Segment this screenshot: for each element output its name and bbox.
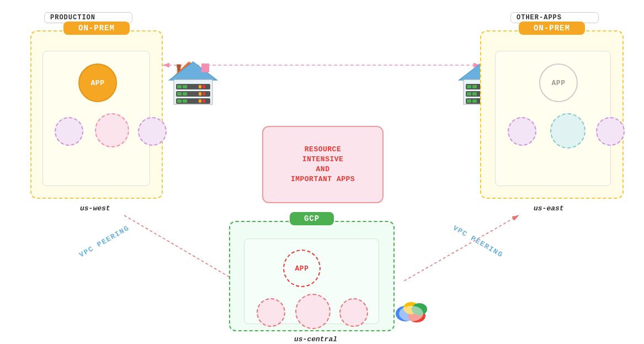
diagram: PRODUCTION ON-PREM APP us-west 🏠	[0, 0, 644, 344]
vpc-peering-right-label: VPC PEERING	[451, 224, 504, 259]
svg-rect-22	[183, 85, 187, 88]
production-sub-circle-2	[95, 113, 129, 147]
other-apps-sub-circle-1	[508, 117, 536, 146]
svg-rect-31	[177, 99, 182, 103]
production-on-prem-badge: ON-PREM	[63, 22, 130, 35]
resource-text: RESOURCEINTENSIVEANDIMPORTANT APPS	[291, 145, 355, 185]
gcp-cloud-icon	[392, 293, 430, 326]
production-box: ON-PREM APP	[30, 30, 163, 199]
svg-point-39	[399, 306, 423, 321]
svg-rect-44	[467, 85, 471, 88]
datacenter-left	[168, 61, 218, 116]
svg-marker-17	[169, 62, 217, 80]
svg-rect-27	[183, 92, 187, 96]
other-apps-box: ON-PREM APP	[480, 30, 624, 199]
us-central-label: us-central	[294, 335, 337, 343]
svg-line-6	[403, 215, 519, 282]
other-apps-sub-circle-3	[596, 117, 625, 146]
svg-rect-28	[199, 92, 201, 96]
svg-rect-50	[472, 92, 477, 96]
other-apps-on-prem-badge: ON-PREM	[519, 22, 585, 35]
production-sub-circle-1	[55, 117, 83, 146]
svg-rect-54	[467, 99, 471, 103]
production-app-circle: APP	[78, 63, 117, 102]
other-apps-app-circle: APP	[539, 63, 578, 102]
svg-rect-18	[201, 63, 209, 72]
svg-rect-21	[177, 85, 182, 88]
us-west-label: us-west	[80, 204, 110, 213]
other-apps-sub-circle-2	[550, 113, 586, 149]
gcp-sub-circle-2	[295, 294, 331, 329]
svg-rect-26	[177, 92, 182, 96]
us-east-label: us-east	[534, 204, 564, 213]
gcp-sub-circle-3	[339, 298, 368, 327]
svg-rect-45	[472, 85, 477, 88]
svg-rect-34	[203, 99, 205, 103]
svg-rect-49	[467, 92, 471, 96]
vpc-peering-left-label: VPC PEERING	[78, 224, 131, 259]
resource-intensive-box: RESOURCEINTENSIVEANDIMPORTANT APPS	[262, 126, 384, 203]
gcp-sub-circle-1	[257, 298, 285, 327]
production-sub-circle-3	[138, 117, 167, 146]
svg-rect-55	[472, 99, 477, 103]
svg-rect-23	[199, 85, 201, 88]
gcp-app-circle: APP	[283, 250, 321, 287]
svg-rect-33	[199, 99, 201, 103]
svg-line-5	[124, 215, 237, 282]
svg-rect-24	[203, 85, 205, 88]
svg-rect-29	[203, 92, 205, 96]
gcp-badge: GCP	[290, 212, 334, 225]
gcp-box: GCP APP	[229, 221, 395, 331]
svg-rect-32	[183, 99, 187, 103]
